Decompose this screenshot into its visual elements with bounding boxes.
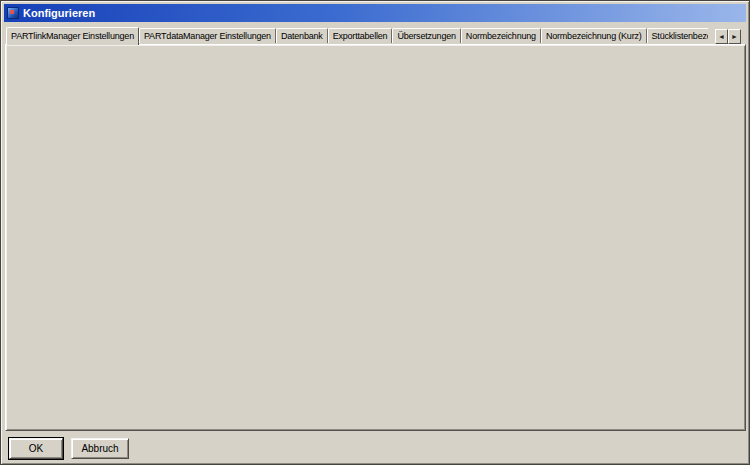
tab-3[interactable]: Datenbank [276, 28, 328, 43]
ok-button[interactable]: OK [9, 438, 63, 459]
tab-6[interactable]: Normbezeichnung [461, 28, 541, 43]
tab-2[interactable]: PARTdataManager Einstellungen [139, 28, 276, 43]
tab-4[interactable]: Exporttabellen [328, 28, 393, 43]
cancel-button[interactable]: Abbruch [71, 438, 129, 459]
tab-8[interactable]: Stücklistenbezeichnung [647, 28, 708, 43]
tab-scroll-right-icon[interactable]: ► [728, 29, 741, 44]
tab-scroll-left-icon[interactable]: ◄ [715, 29, 728, 44]
tab-5[interactable]: Übersetzungen [392, 28, 460, 43]
window-title: Konfigurieren [23, 7, 95, 19]
titlebar[interactable]: Konfigurieren [4, 4, 746, 22]
app-icon [7, 7, 19, 19]
tab-scroll-control: ◄ ► [715, 29, 741, 44]
configure-dialog: Konfigurieren PARTlinkManager Einstellun… [0, 0, 750, 465]
tab-1[interactable]: PARTlinkManager Einstellungen [6, 27, 139, 45]
tab-bar: PARTlinkManager EinstellungenPARTdataMan… [6, 27, 708, 45]
tab-7[interactable]: Normbezeichnung (Kurz) [541, 28, 647, 43]
tab-page-partlinkmanager [5, 44, 746, 431]
